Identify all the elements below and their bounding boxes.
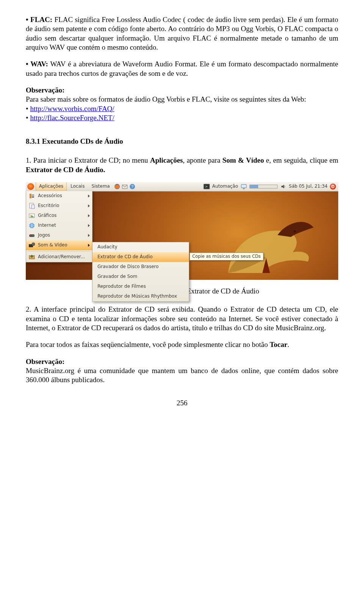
submenu-item-brasero[interactable]: Gravador de Disco Brasero	[93, 262, 189, 272]
graphics-icon	[28, 212, 35, 219]
flac-body: FLAC significa Free Lossless Audio Codec…	[26, 16, 338, 51]
bullet: •	[26, 105, 30, 113]
games-icon	[28, 232, 35, 239]
menu-item-jogos[interactable]: Jogos	[26, 231, 92, 240]
section-heading-8-3-1: 8.3.1 Executando CDs de Áudio	[26, 137, 338, 146]
som-e-video-submenu: Audacity Extrator de CD de Áudio Gravado…	[92, 242, 189, 302]
svg-text:?: ?	[131, 184, 133, 189]
flac-label: • FLAC:	[26, 16, 52, 24]
svg-point-24	[33, 244, 34, 245]
gnome-top-panel: Aplicações Locais Sistema ? > Automação	[26, 182, 338, 191]
system-monitor-applet[interactable]	[249, 185, 278, 188]
menu-item-label: Jogos	[38, 232, 85, 238]
menu-system[interactable]: Sistema	[88, 182, 113, 190]
submenu-item-rhythmbox[interactable]: Reprodutor de Músicas Rhythmbox	[93, 292, 189, 301]
menu-places[interactable]: Locais	[67, 182, 88, 190]
link-flac-sf[interactable]: http://flac.SourceForge.NET/	[30, 114, 114, 122]
tooltip-copie-musicas: Copie as músicas dos seus CDs	[190, 253, 264, 260]
menu-item-label: Internet	[38, 223, 85, 228]
panel-left: Aplicações Locais Sistema ?	[26, 182, 136, 190]
paragraph-step-2: 2. A interface principal do Extrator de …	[26, 305, 338, 333]
svg-rect-8	[243, 188, 245, 189]
internet-icon	[28, 222, 35, 229]
step1-prefix: 1. Para iniciar o Extrator de CD; no men…	[26, 156, 150, 164]
submenu-item-gravador-som[interactable]: Gravador de Som	[93, 272, 189, 282]
submenu-item-label: Audacity	[97, 244, 187, 250]
obs1-link-line-2: • http://flac.SourceForge.NET/	[26, 113, 338, 122]
submenu-arrow-icon	[88, 234, 90, 237]
document-page: • FLAC: FLAC significa Free Lossless Aud…	[0, 0, 364, 419]
menu-item-graficos[interactable]: Gráficos	[26, 211, 92, 221]
svg-text:>: >	[205, 185, 208, 188]
submenu-item-label: Extrator de CD de Áudio	[97, 254, 187, 260]
menu-item-acessorios[interactable]: Acessórios	[26, 191, 92, 201]
submenu-item-audacity[interactable]: Audacity	[93, 242, 189, 252]
terminal-tray-icon[interactable]: >	[203, 183, 210, 190]
display-tray-icon[interactable]	[240, 183, 247, 190]
firefox-launcher-icon[interactable]	[114, 183, 121, 190]
submenu-item-label: Reprodutor de Músicas Rhythmbox	[97, 293, 187, 299]
ubuntu-logo-icon[interactable]	[27, 183, 34, 190]
svg-rect-19	[29, 234, 35, 237]
page-number: 256	[26, 398, 338, 408]
svg-point-20	[30, 235, 31, 236]
submenu-arrow-icon	[88, 214, 90, 217]
clock-applet[interactable]: Sáb 05 Jul, 21:34	[289, 184, 328, 189]
obs1-text: Para saber mais sobre os formatos de áud…	[26, 95, 338, 104]
svg-rect-15	[31, 205, 35, 209]
submenu-arrow-icon	[88, 224, 90, 227]
add-remove-icon	[28, 254, 35, 260]
menu-separator	[28, 251, 91, 251]
menu-item-add-remove[interactable]: Adicionar/Remover...	[26, 252, 92, 262]
bullet: •	[26, 114, 30, 122]
obs2-body: MusicBrainz.org é uma comunidade que man…	[26, 366, 338, 385]
svg-rect-12	[32, 195, 34, 196]
menu-item-label: Adicionar/Remover...	[38, 254, 90, 260]
figure-8-19-screenshot: Aplicações Locais Sistema ? > Automação	[26, 182, 338, 280]
wav-paragraph: • WAV: WAV é a abreviatura de Waveform A…	[26, 60, 338, 78]
volume-tray-icon[interactable]	[280, 183, 287, 190]
menu-item-escritorio[interactable]: Escritório	[26, 201, 92, 211]
shutdown-button-icon[interactable]	[330, 184, 336, 190]
menu-applications[interactable]: Aplicações	[36, 182, 67, 190]
observation-block-1: Observação: Para saber mais sobre os for…	[26, 86, 338, 122]
para3-prefix: Para tocar todos as faixas seqüencialmen…	[26, 340, 270, 348]
step1-bold-extrator: Extrator de CD de Áudio.	[26, 166, 105, 174]
menu-item-label: Gráficos	[38, 213, 85, 218]
svg-rect-7	[241, 184, 246, 188]
para3-bold-tocar: Tocar	[270, 340, 287, 348]
wav-label: • WAV:	[26, 60, 48, 68]
step1-bold-aplicacoes: Aplicações	[150, 156, 183, 164]
panel-right: > Automação Sáb 05 Jul, 21:34	[203, 183, 338, 190]
evolution-launcher-icon[interactable]	[121, 183, 128, 190]
obs-heading-2: Observação:	[26, 357, 338, 366]
submenu-item-label: Reprodutor de Filmes	[97, 284, 187, 289]
svg-point-21	[33, 235, 33, 236]
submenu-item-reprodutor-filmes[interactable]: Reprodutor de Filmes	[93, 282, 189, 292]
help-launcher-icon[interactable]: ?	[129, 183, 136, 190]
flac-paragraph: • FLAC: FLAC significa Free Lossless Aud…	[26, 15, 338, 52]
menu-item-som-e-video[interactable]: Som & Vídeo	[26, 240, 92, 250]
link-vorbis-faq[interactable]: http://www.vorbis.com/FAQ/	[30, 105, 114, 113]
menu-item-label: Escritório	[38, 203, 85, 209]
svg-rect-11	[30, 194, 31, 198]
accessories-icon	[28, 193, 35, 199]
tray-automation-label[interactable]: Automação	[212, 184, 238, 189]
menu-item-label: Acessórios	[38, 193, 85, 199]
submenu-arrow-icon	[88, 195, 90, 198]
para3-suffix: .	[287, 340, 289, 348]
submenu-item-extrator-cd[interactable]: Extrator de CD de Áudio	[93, 252, 189, 262]
menu-item-internet[interactable]: Internet	[26, 221, 92, 231]
step-1-paragraph: 1. Para iniciar o Extrator de CD; no men…	[26, 156, 338, 174]
office-icon	[28, 202, 35, 209]
menu-item-label: Som & Vídeo	[38, 242, 85, 248]
step1-bold-somvideo: Som & Vídeo	[223, 156, 264, 164]
obs1-link-line-1: • http://www.vorbis.com/FAQ/	[26, 104, 338, 113]
observation-block-2: Observação: MusicBrainz.org é uma comuni…	[26, 357, 338, 385]
multimedia-icon	[28, 242, 35, 249]
wav-body: WAV é a abreviatura de Waveform Audio Fo…	[26, 60, 338, 77]
paragraph-tocar: Para tocar todos as faixas seqüencialmen…	[26, 340, 338, 349]
submenu-item-label: Gravador de Disco Brasero	[97, 264, 187, 270]
applications-menu-dropdown: Acessórios Escritório Gráficos Internet	[26, 191, 93, 262]
step1-mid2: e, em seguida, clique em	[264, 156, 338, 164]
